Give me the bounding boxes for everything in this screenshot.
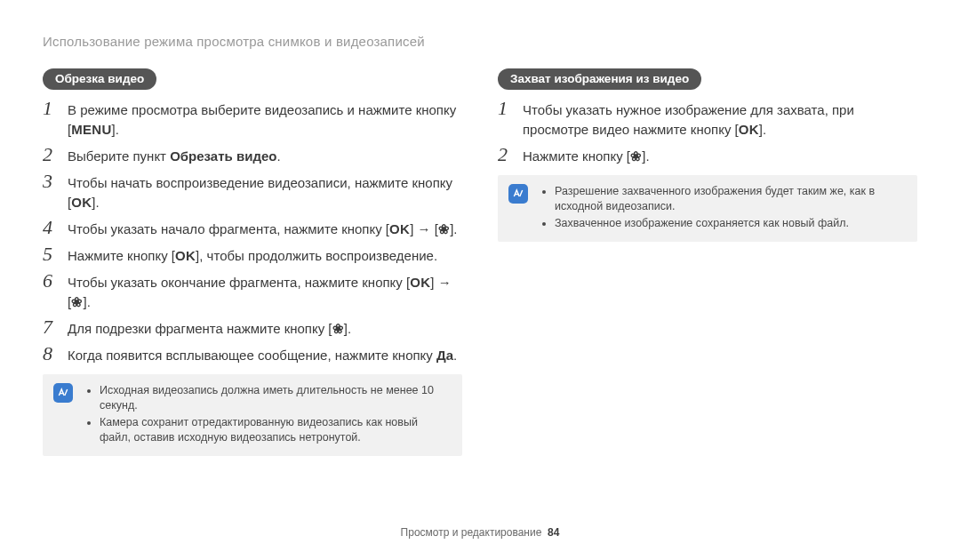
step-text: Выберите пункт (68, 148, 170, 164)
ok-icon: OK (739, 122, 759, 137)
step-text: . (453, 348, 457, 363)
step-bold: Обрезать видео (170, 148, 276, 164)
left-column: Обрезка видео В режиме просмотра выберит… (43, 68, 462, 456)
step-text: ]. (642, 148, 649, 164)
section-pill-trim: Обрезка видео (43, 68, 156, 90)
step-1: В режиме просмотра выберите видеозапись … (43, 100, 462, 140)
step-text: . (276, 148, 280, 164)
section-pill-capture: Захват изображения из видео (498, 68, 701, 90)
step-4: Чтобы указать начало фрагмента, нажмите … (43, 220, 462, 239)
step-text: ]. (83, 294, 90, 309)
note-item: Разрешение захваченного изображения буде… (555, 184, 905, 214)
step-8: Когда появится всплывающее сообщение, на… (43, 346, 462, 365)
page-header: Использование режима просмотра снимков и… (43, 34, 917, 49)
step-text: ] → [ (410, 221, 438, 236)
menu-icon: MENU (71, 122, 111, 137)
step-text: Чтобы указать окончание фрагмента, нажми… (68, 275, 410, 290)
steps-left: В режиме просмотра выберите видеозапись … (43, 100, 462, 365)
steps-right: Чтобы указать нужное изображение для зах… (498, 100, 917, 166)
step-1: Чтобы указать нужное изображение для зах… (498, 100, 917, 140)
note-icon (53, 383, 73, 403)
step-text: ], чтобы продолжить воспроизведение. (196, 248, 437, 263)
step-text: Чтобы указать начало фрагмента, нажмите … (68, 221, 389, 236)
footer-page: 84 (548, 526, 559, 539)
step-text: ]. (92, 195, 99, 210)
ok-icon: OK (410, 275, 430, 290)
ok-icon: OK (71, 195, 92, 210)
macro-icon: ❀ (332, 321, 344, 336)
step-text: Нажмите кнопку [ (68, 248, 175, 263)
step-text: Чтобы указать нужное изображение для зах… (523, 102, 854, 137)
note-box-left: Исходная видеозапись должна иметь длител… (43, 374, 462, 456)
step-2: Нажмите кнопку [❀]. (498, 147, 917, 166)
ok-icon: OK (389, 221, 410, 236)
step-6: Чтобы указать окончание фрагмента, нажми… (43, 273, 462, 312)
note-icon (508, 184, 528, 204)
page-footer: Просмотр и редактирование 84 (0, 526, 960, 539)
step-text: ]. (450, 221, 457, 236)
macro-icon: ❀ (438, 221, 450, 236)
note-item: Камера сохранит отредактированную видеоз… (100, 415, 450, 445)
step-text: ]. (112, 122, 119, 137)
note-box-right: Разрешение захваченного изображения буде… (498, 175, 917, 242)
step-bold: Да (436, 348, 453, 363)
step-text: В режиме просмотра выберите видеозапись … (68, 102, 456, 137)
step-text: Нажмите кнопку [ (523, 148, 630, 164)
note-item: Захваченное изображение сохраняется как … (555, 216, 905, 231)
ok-icon: OK (175, 248, 196, 263)
step-3: Чтобы начать воспроизведение видеозаписи… (43, 173, 462, 212)
step-text: Когда появится всплывающее сообщение, на… (68, 348, 436, 363)
macro-icon: ❀ (630, 148, 642, 164)
step-2: Выберите пункт Обрезать видео. (43, 147, 462, 166)
step-text: ]. (344, 321, 351, 336)
step-5: Нажмите кнопку [OK], чтобы продолжить во… (43, 246, 462, 266)
right-column: Захват изображения из видео Чтобы указат… (498, 68, 917, 456)
step-text: Чтобы начать воспроизведение видеозаписи… (68, 175, 452, 210)
note-item: Исходная видеозапись должна иметь длител… (100, 383, 450, 413)
macro-icon: ❀ (71, 294, 83, 309)
step-7: Для подрезки фрагмента нажмите кнопку [❀… (43, 319, 462, 339)
footer-section: Просмотр и редактирование (401, 526, 542, 539)
step-text: ]. (759, 122, 766, 137)
step-text: Для подрезки фрагмента нажмите кнопку [ (68, 321, 332, 336)
